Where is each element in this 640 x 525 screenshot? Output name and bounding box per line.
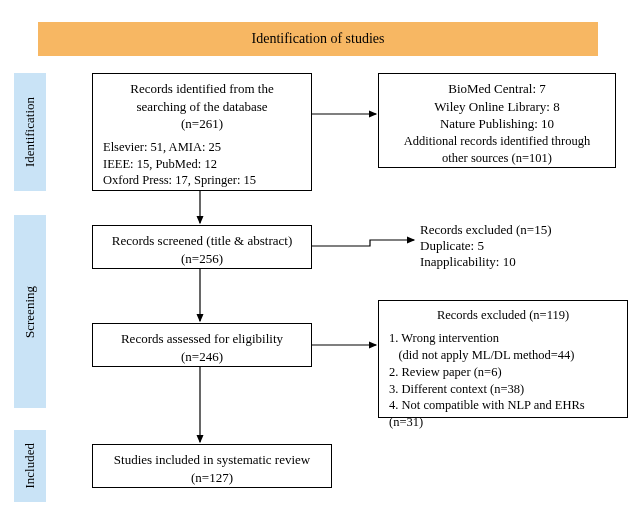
identified-l2: searching of the database: [103, 98, 301, 116]
included-l1: Studies included in systematic review: [103, 451, 321, 469]
excluded2-r1: 1. Wrong intervention: [389, 330, 617, 347]
assessed-l1: Records assessed for eligibility: [103, 330, 301, 348]
stage-identification-label: Identification: [22, 97, 38, 167]
box-records-assessed: Records assessed for eligibility (n=246): [92, 323, 312, 367]
excluded2-r2: 2. Review paper (n=6): [389, 364, 617, 381]
box-included: Studies included in systematic review (n…: [92, 444, 332, 488]
excluded1-l3: Inapplicability: 10: [420, 254, 620, 270]
additional-l3: Nature Publishing: 10: [389, 115, 605, 133]
additional-l4: Additional records identified through: [389, 133, 605, 150]
identified-l3: (n=261): [103, 115, 301, 133]
box-excluded-2: Records excluded (n=119) 1. Wrong interv…: [378, 300, 628, 418]
box-additional-sources: BioMed Central: 7 Wiley Online Library: …: [378, 73, 616, 168]
excluded2-r3: 3. Different context (n=38): [389, 381, 617, 398]
excluded1-l2: Duplicate: 5: [420, 238, 620, 254]
excluded2-r1b: (did not apply ML/DL method=44): [389, 347, 617, 364]
identified-l1: Records identified from the: [103, 80, 301, 98]
stage-screening: Screening: [14, 215, 46, 408]
additional-l2: Wiley Online Library: 8: [389, 98, 605, 116]
text-excluded-1: Records excluded (n=15) Duplicate: 5 Ina…: [420, 222, 620, 270]
stage-identification: Identification: [14, 73, 46, 191]
stage-included: Included: [14, 430, 46, 502]
header-title-bar: Identification of studies: [38, 22, 598, 56]
screened-l2: (n=256): [103, 250, 301, 268]
excluded1-l1: Records excluded (n=15): [420, 222, 620, 238]
excluded2-title: Records excluded (n=119): [389, 307, 617, 324]
assessed-l2: (n=246): [103, 348, 301, 366]
identified-d3: Oxford Press: 17, Springer: 15: [103, 172, 301, 189]
box-records-identified: Records identified from the searching of…: [92, 73, 312, 191]
stage-screening-label: Screening: [22, 286, 38, 338]
identified-d2: IEEE: 15, PubMed: 12: [103, 156, 301, 173]
identified-d1: Elsevier: 51, AMIA: 25: [103, 139, 301, 156]
box-records-screened: Records screened (title & abstract) (n=2…: [92, 225, 312, 269]
stage-included-label: Included: [22, 443, 38, 488]
additional-l5: other sources (n=101): [389, 150, 605, 167]
included-l2: (n=127): [103, 469, 321, 487]
header-title: Identification of studies: [252, 31, 385, 47]
additional-l1: BioMed Central: 7: [389, 80, 605, 98]
screened-l1: Records screened (title & abstract): [103, 232, 301, 250]
excluded2-r4: 4. Not compatible with NLP and EHRs (n=3…: [389, 397, 617, 431]
